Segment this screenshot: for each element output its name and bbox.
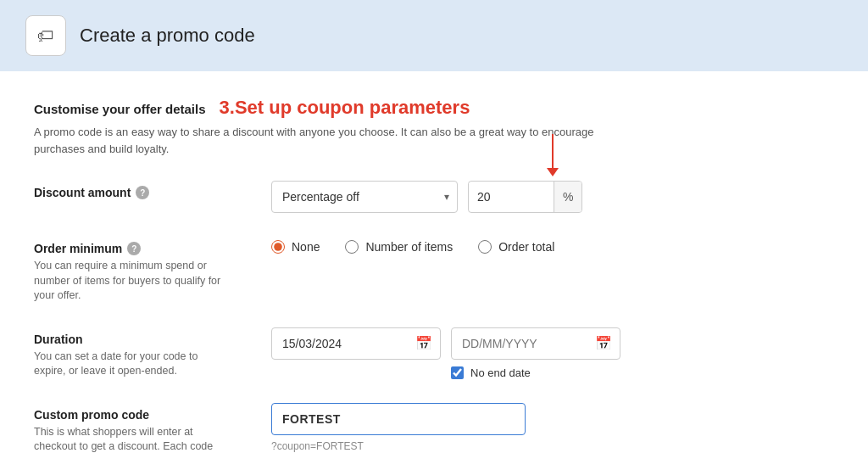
page-title: Create a promo code [80, 25, 255, 47]
date-row: 📅 📅 [271, 327, 620, 360]
no-end-date-label: No end date [470, 366, 531, 379]
section-title-row: Customise your offer details 3.Set up co… [34, 97, 834, 119]
end-date-input[interactable] [451, 327, 620, 360]
duration-date-controls: 📅 📅 No end date [271, 327, 620, 379]
promo-code-label: Custom promo code [34, 408, 254, 422]
section-description: A promo code is an easy way to share a d… [34, 124, 627, 157]
radio-number-items-label: Number of items [365, 240, 453, 254]
radio-none[interactable]: None [271, 240, 320, 254]
promo-code-sublabel: This is what shoppers will enter at chec… [34, 425, 229, 454]
order-minimum-label-col: Order minimum ? You can require a minimu… [34, 237, 254, 304]
discount-label-col: Discount amount ? [34, 181, 254, 199]
arrow-line [552, 134, 554, 168]
promo-code-controls: ?coupon=FORTEST [271, 403, 834, 452]
start-date-wrapper: 📅 [271, 327, 441, 360]
radio-none-input[interactable] [271, 240, 285, 254]
discount-value-input[interactable] [469, 183, 554, 210]
discount-value-input-wrapper: % [468, 181, 582, 213]
discount-type-select-wrapper: Percentage off Fixed amount off ▾ [271, 181, 458, 213]
tag-icon: 🏷 [37, 26, 54, 46]
page-header: 🏷 Create a promo code [0, 0, 868, 71]
order-minimum-sublabel: You can require a minimum spend or numbe… [34, 259, 229, 304]
annotation-arrow [547, 134, 559, 176]
start-date-input[interactable] [271, 327, 441, 360]
section-title: Customise your offer details [34, 102, 206, 116]
duration-controls: 📅 📅 No end date [271, 327, 834, 379]
duration-label: Duration [34, 333, 254, 346]
discount-row: Discount amount ? Percentage off Fixed a… [34, 181, 834, 213]
discount-suffix: % [554, 182, 581, 212]
radio-number-items-input[interactable] [345, 240, 359, 254]
discount-type-select[interactable]: Percentage off Fixed amount off [271, 181, 458, 213]
radio-order-total-label: Order total [498, 240, 554, 254]
order-minimum-controls: None Number of items Order total [271, 237, 834, 254]
end-date-wrapper: 📅 [451, 327, 620, 360]
order-minimum-label: Order minimum ? [34, 242, 254, 255]
radio-order-total-input[interactable] [478, 240, 492, 254]
radio-number-items[interactable]: Number of items [345, 240, 453, 254]
main-content: Customise your offer details 3.Set up co… [0, 71, 868, 453]
duration-label-col: Duration You can set a date for your cod… [34, 327, 254, 379]
no-end-date-row: No end date [451, 366, 620, 379]
duration-sublabel: You can set a date for your code to expi… [34, 350, 229, 379]
arrow-head [547, 168, 559, 176]
discount-controls: Percentage off Fixed amount off ▾ % [271, 181, 834, 213]
discount-help-icon[interactable]: ? [136, 186, 149, 199]
promo-code-label-col: Custom promo code This is what shoppers … [34, 403, 254, 454]
radio-none-label: None [292, 240, 320, 254]
promo-code-row: Custom promo code This is what shoppers … [34, 403, 834, 454]
coupon-url: ?coupon=FORTEST [271, 440, 526, 452]
promo-col: ?coupon=FORTEST [271, 403, 526, 452]
promo-code-input[interactable] [271, 403, 526, 435]
order-minimum-row: Order minimum ? You can require a minimu… [34, 237, 834, 304]
header-icon: 🏷 [25, 15, 66, 56]
order-minimum-radio-group: None Number of items Order total [271, 237, 554, 254]
radio-order-total[interactable]: Order total [478, 240, 554, 254]
discount-label: Discount amount ? [34, 186, 254, 199]
order-minimum-help-icon[interactable]: ? [127, 242, 141, 255]
no-end-date-checkbox[interactable] [451, 366, 464, 379]
duration-row: Duration You can set a date for your cod… [34, 327, 834, 379]
annotation-text: 3.Set up coupon parameters [220, 97, 470, 119]
